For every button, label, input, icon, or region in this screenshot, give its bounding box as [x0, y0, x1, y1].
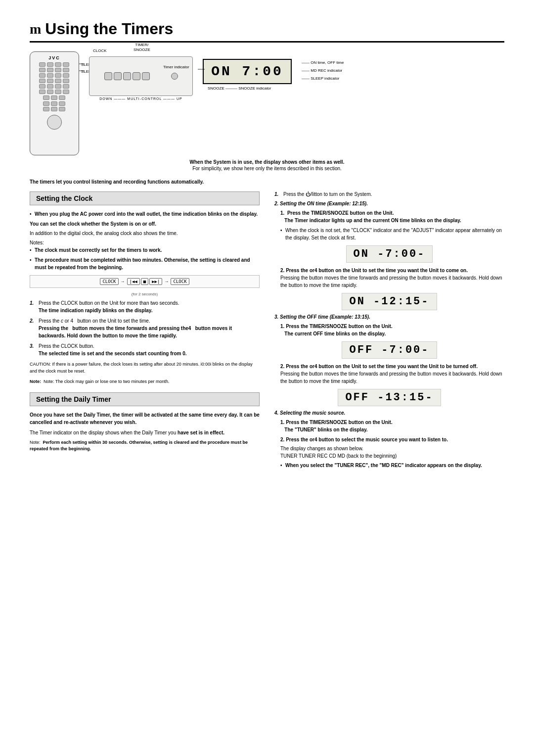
remote-body: JVC	[30, 51, 79, 155]
clock-step-3: 3. Press the CLOCK button. The selected …	[30, 342, 260, 357]
multi-control-label: DOWN ——— MULTI-CONTROL ——— UP	[89, 97, 193, 100]
right-step-3-header: 3. Setting the OFF time (Example: 13:15)…	[274, 314, 504, 320]
off-7-00-display: OFF -7:00-	[274, 341, 504, 359]
arrow-2: →	[164, 279, 169, 284]
step-1-content: Press the CLOCK button on the Unit for m…	[39, 299, 260, 314]
timer-indicator-line	[198, 68, 205, 71]
right-step-4-sub2: 2. Press the or4 button to select the mu…	[280, 436, 504, 443]
off-13-15-display: OFF -13:15-	[274, 389, 504, 406]
clock-step-1: 1. Press the CLOCK button on the Unit fo…	[30, 299, 260, 314]
diagram-caption-1: When the System is in use, the display s…	[30, 159, 504, 165]
daily-timer-intro2: The Timer indicator on the display shows…	[30, 429, 260, 436]
caution-text: CAUTION: If there is a power failure, th…	[30, 361, 260, 375]
daily-timer-note: Note: Perform each setting within 30 sec…	[30, 439, 260, 453]
right-step-1: 1. Press the ⏻/litton to turn on the Sys…	[274, 191, 504, 197]
display-panel: Timer indicator ON 7:00 —— ON time, OFF …	[203, 59, 292, 91]
display-right-labels: —— ON time, OFF time —— MD REC indicator…	[302, 59, 344, 83]
unit-diagram: CLOCK TIMER/SNOOZE DOWN ——— MULTI-CONTRO…	[89, 56, 193, 100]
right-step-4-sub1: 1. Press the TIMER/SNOOZE button on the …	[280, 419, 504, 433]
unit-body	[89, 56, 193, 96]
right-step-1-num: 1.	[274, 191, 281, 197]
clock-note-2: The procedure must be completed within t…	[30, 256, 260, 271]
right-step-4-sources: TUNER TUNER REC CD MD (back to the begin…	[280, 453, 504, 459]
md-rec-label: —— MD REC indicator	[302, 67, 344, 75]
intro-text: The timers let you control listening and…	[30, 178, 504, 186]
right-step-2-bullet: When the clock is not set, the "CLOCK" i…	[280, 227, 504, 241]
main-display: ON 7:00	[203, 59, 292, 84]
unit-knob	[171, 73, 178, 80]
title-icon: m	[30, 21, 40, 37]
step-1-num: 1.	[30, 299, 37, 314]
clock-btn-2: CLOCK	[171, 278, 189, 285]
prev-btn: |◀◀	[127, 278, 140, 285]
right-step-1-content: Press the ⏻/litton to turn on the System…	[283, 191, 372, 197]
clock-step-2: 2. Press the c or 4 button on the Unit t…	[30, 317, 260, 339]
clock-in-addition: In addition to the digital clock, the an…	[30, 230, 260, 237]
page-title: Using the Timers	[45, 20, 173, 38]
two-column-layout: Setting the Clock When you plug the AC p…	[30, 191, 504, 472]
clock-buttons-diagram: CLOCK → |◀◀ ■ ▶▶| → CLOCK	[30, 275, 260, 288]
right-step-4-display: The display changes as shown below.	[280, 446, 504, 451]
page-header: m Using the Timers	[30, 20, 504, 43]
diagram-caption-2: For simplicity, we show here only the it…	[30, 166, 504, 171]
clock-note-1: The clock must be correctly set for the …	[30, 246, 260, 254]
timer-indicator-label: Timer indicator	[163, 65, 189, 69]
left-column: Setting the Clock When you plug the AC p…	[30, 191, 260, 456]
right-column: 1. Press the ⏻/litton to turn on the Sys…	[274, 191, 504, 472]
unit-buttons	[104, 72, 150, 80]
on-7-00-display: ON -7:00-	[274, 245, 504, 263]
step-2-content: Press the c or 4 button on the Unit to s…	[39, 317, 260, 339]
setting-clock-header: Setting the Clock	[30, 191, 260, 205]
right-step-4-header: 4. Selecting the music source.	[274, 410, 504, 416]
step-2-num: 2.	[30, 317, 37, 339]
right-step-2-header: 2. Setting the ON time (Example: 12:15).	[274, 201, 504, 206]
for-2-seconds: (for 2 seconds)	[30, 292, 260, 296]
on-off-time-label: —— ON time, OFF time	[302, 59, 344, 67]
right-step-2-sub2: 2. Press the or4 button on the Unit to s…	[280, 267, 504, 289]
right-step-3-sub1: 1. Press the TIMER/SNOOZE button on the …	[280, 323, 504, 337]
snooze-display-label: SNOOZE ——— SNOOZE indicator	[208, 86, 292, 91]
clock-bullet-1: When you plug the AC power cord into the…	[30, 210, 260, 218]
next-btn: ▶▶|	[149, 278, 162, 285]
sleep-ind-label: —— SLEEP indicator	[302, 75, 344, 83]
right-step-2-sub1: 1. Press the TIMER/SNOOZE button on the …	[280, 209, 504, 224]
diagram-area: JVC	[30, 51, 504, 155]
step-3-num: 3.	[30, 342, 37, 357]
step-3-content: Press the CLOCK button. The selected tim…	[39, 342, 260, 357]
clock-btn-1: CLOCK	[100, 278, 118, 285]
control-buttons: |◀◀ ■ ▶▶|	[127, 278, 163, 285]
note-bottom: Note: Note: The clock may gain or lose o…	[30, 378, 260, 385]
notes-label: Notes:	[30, 240, 260, 245]
clock-label: CLOCK	[93, 48, 107, 53]
arrow-1: →	[121, 279, 125, 284]
timer-snooze-label: TIMER/SNOOZE	[134, 43, 150, 53]
clock-bullet-2: You can set the clock whether the System…	[30, 220, 260, 228]
on-12-15-display: ON -12:15-	[274, 293, 504, 310]
daily-timer-intro1: Once you have set the Daily Timer, the t…	[30, 411, 260, 426]
remote-button-grid	[39, 62, 70, 94]
setting-daily-timer-header: Setting the Daily Timer	[30, 392, 260, 406]
right-step-4-note: When you select the "TUNER REC", the "MD…	[280, 462, 504, 469]
stop-btn: ■	[141, 278, 148, 285]
right-step-3-sub2: 2. Press the or4 button on the Unit to s…	[280, 363, 504, 385]
remote-brand: JVC	[48, 55, 60, 60]
remote-diagram: JVC	[30, 51, 79, 155]
